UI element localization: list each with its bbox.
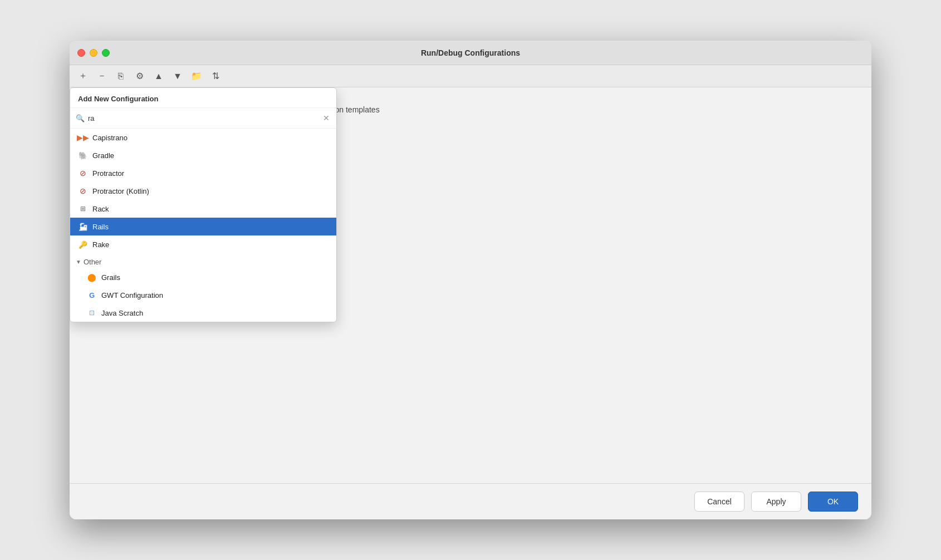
java-scratch-icon: ⊡ — [87, 308, 97, 318]
list-item-rails[interactable]: 🚂 Rails — [70, 218, 336, 235]
add-config-dropdown: Add New Configuration 🔍 ✕ ▶▶ Capistrano … — [70, 87, 337, 322]
other-section-label: Other — [84, 258, 102, 266]
section-other[interactable]: ▼ Other — [70, 253, 336, 268]
sort-button[interactable]: ⇅ — [208, 68, 223, 84]
move-up-button[interactable]: ▲ — [151, 68, 166, 84]
close-button[interactable] — [77, 49, 85, 57]
rails-label: Rails — [92, 223, 109, 231]
capistrano-icon: ▶▶ — [78, 132, 88, 143]
rake-icon: 🔑 — [78, 239, 88, 249]
move-down-button[interactable]: ▼ — [170, 68, 185, 84]
config-list: ▶▶ Capistrano 🐘 Gradle ⊘ Protractor ⊘ Pr… — [70, 129, 336, 322]
traffic-lights — [77, 49, 110, 57]
list-item-gwt[interactable]: G GWT Configuration — [70, 286, 336, 304]
ok-button[interactable]: OK — [808, 492, 858, 512]
settings-button[interactable]: ⚙ — [132, 68, 148, 84]
clear-search-button[interactable]: ✕ — [322, 112, 331, 124]
toolbar: ＋ － ⎘ ⚙ ▲ ▼ 📁 ⇅ — [70, 65, 871, 87]
capistrano-label: Capistrano — [92, 134, 128, 142]
copy-button[interactable]: ⎘ — [113, 68, 129, 84]
list-item-grails[interactable]: ⬤ Grails — [70, 268, 336, 286]
list-item-protractor-kotlin[interactable]: ⊘ Protractor (Kotlin) — [70, 182, 336, 200]
gradle-label: Gradle — [92, 151, 114, 160]
list-item-gradle[interactable]: 🐘 Gradle — [70, 146, 336, 164]
folder-button[interactable]: 📁 — [189, 68, 204, 84]
java-scratch-label: Java Scratch — [101, 309, 143, 317]
protractor-kotlin-label: Protractor (Kotlin) — [92, 187, 149, 195]
protractor-kotlin-icon: ⊘ — [78, 186, 88, 196]
list-item-rake[interactable]: 🔑 Rake — [70, 235, 336, 253]
rails-icon: 🚂 — [78, 222, 88, 232]
main-area: Add New Configuration 🔍 ✕ ▶▶ Capistrano … — [70, 87, 871, 483]
add-button[interactable]: ＋ — [75, 68, 91, 84]
gwt-icon: G — [87, 290, 97, 300]
other-collapse-arrow: ▼ — [76, 259, 81, 265]
list-item-java-scratch[interactable]: ⊡ Java Scratch — [70, 304, 336, 322]
apply-button[interactable]: Apply — [751, 492, 801, 512]
rack-icon: ⊞ — [78, 204, 88, 214]
cancel-button[interactable]: Cancel — [694, 492, 744, 512]
protractor-icon: ⊘ — [78, 168, 88, 178]
list-item-capistrano[interactable]: ▶▶ Capistrano — [70, 129, 336, 146]
gwt-label: GWT Configuration — [101, 291, 163, 299]
maximize-button[interactable] — [102, 49, 110, 57]
rack-label: Rack — [92, 205, 109, 213]
search-input[interactable] — [88, 114, 318, 122]
protractor-label: Protractor — [92, 169, 124, 178]
minimize-button[interactable] — [90, 49, 97, 57]
titlebar: Run/Debug Configurations — [70, 41, 871, 65]
list-item-protractor[interactable]: ⊘ Protractor — [70, 164, 336, 182]
bottom-bar: Cancel Apply OK — [70, 483, 871, 519]
grails-label: Grails — [101, 273, 120, 282]
grails-icon: ⬤ — [87, 272, 97, 282]
search-icon: 🔍 — [76, 114, 85, 122]
list-item-rack[interactable]: ⊞ Rack — [70, 200, 336, 218]
dropdown-title: Add New Configuration — [70, 88, 336, 108]
search-bar: 🔍 ✕ — [70, 108, 336, 129]
rake-label: Rake — [92, 240, 109, 249]
main-window: Run/Debug Configurations ＋ － ⎘ ⚙ ▲ ▼ 📁 ⇅… — [70, 41, 871, 519]
window-title: Run/Debug Configurations — [421, 48, 520, 57]
remove-button[interactable]: － — [94, 68, 110, 84]
gradle-icon: 🐘 — [78, 150, 88, 160]
